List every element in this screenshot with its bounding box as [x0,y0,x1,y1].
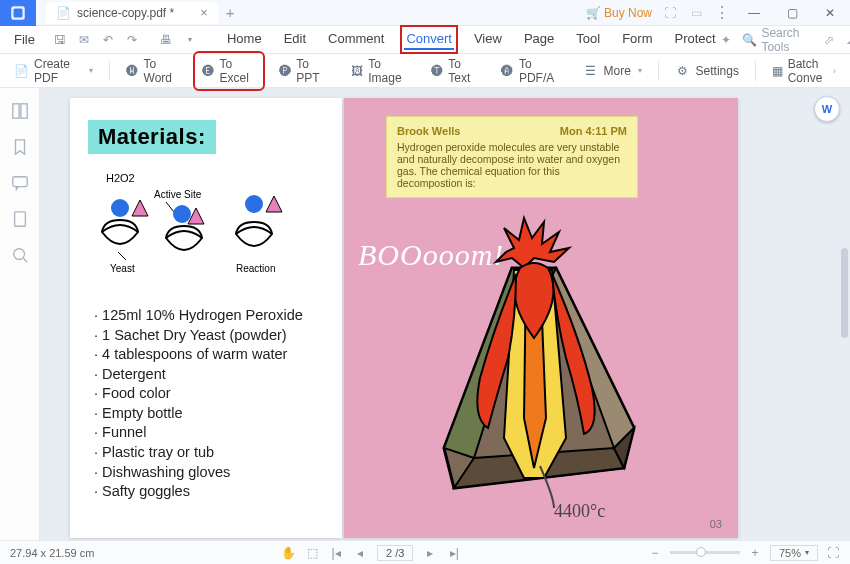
svg-marker-16 [266,196,282,212]
zoom-out-button[interactable]: − [648,546,662,560]
open-external-icon[interactable]: ⬀ [823,32,836,48]
redo-icon[interactable]: ↷ [123,31,141,49]
document-canvas[interactable]: Materials: H2O2 Active Site [40,88,850,540]
svg-line-7 [23,259,27,263]
list-item: Safty goggles [94,482,324,502]
list-item: Dishwashing gloves [94,463,324,483]
page-indicator[interactable]: 2 /3 [377,545,413,561]
chemistry-doodle: H2O2 Active Site Yeast [96,168,324,278]
first-page-button[interactable]: |◂ [329,546,343,560]
last-page-button[interactable]: ▸| [447,546,461,560]
cloud-icon[interactable]: ☁ [845,32,850,48]
page-right: Brook Wells Mon 4:11 PM Hydrogen peroxid… [344,98,738,538]
tab-edit[interactable]: Edit [282,29,308,50]
print-dropdown-icon[interactable]: ▾ [181,31,199,49]
svg-rect-3 [20,104,26,118]
tab-comment[interactable]: Comment [326,29,386,50]
batch-convert-button[interactable]: ▦Batch Conve› [766,54,842,88]
tab-protect[interactable]: Protect [672,29,717,50]
svg-text:Active Site: Active Site [154,189,202,200]
print-icon[interactable]: 🖶 [157,31,175,49]
next-page-button[interactable]: ▸ [423,546,437,560]
volcano-illustration [344,98,738,538]
svg-marker-10 [132,200,148,216]
select-tool-icon[interactable]: ⬚ [305,546,319,560]
zoom-slider[interactable] [670,551,740,554]
close-tab-icon[interactable]: × [200,5,208,20]
tab-home[interactable]: Home [225,29,264,50]
workspace: Materials: H2O2 Active Site [0,88,850,540]
buy-now-link[interactable]: 🛒 Buy Now [586,6,652,20]
to-excel-button[interactable]: 🅔To Excel [196,54,263,88]
zoom-in-button[interactable]: + [748,546,762,560]
ppt-icon: 🅟 [278,63,291,79]
temperature-label: 4400°c [554,501,605,522]
vertical-scrollbar[interactable] [841,248,848,338]
menu-bar: File 🖫 ✉ ↶ ↷ 🖶 ▾ Home Edit Comment Conve… [0,26,850,54]
close-window-button[interactable]: ✕ [816,3,844,23]
notification-icon[interactable]: ▭ [688,5,704,21]
side-panel [0,88,40,540]
svg-text:Reaction: Reaction [236,263,275,274]
svg-point-9 [111,199,129,217]
svg-rect-2 [12,104,18,118]
attachment-icon[interactable] [11,210,29,228]
tab-view[interactable]: View [472,29,504,50]
file-menu[interactable]: File [6,32,43,47]
status-bar: 27.94 x 21.59 cm ✋ ⬚ |◂ ◂ 2 /3 ▸ ▸| − + … [0,540,850,564]
word-export-badge[interactable]: W [814,96,840,122]
svg-rect-1 [14,8,23,17]
list-item: Empty bottle [94,404,324,424]
tab-convert[interactable]: Convert [404,29,454,50]
undo-icon[interactable]: ↶ [99,31,117,49]
fit-page-icon[interactable]: ⛶ [826,546,840,560]
page-left: Materials: H2O2 Active Site [70,98,342,538]
list-item: 125ml 10% Hydrogen Peroxide [94,306,324,326]
more-button[interactable]: ☰More▾ [577,60,648,82]
more-icon: ☰ [583,63,599,79]
prev-page-button[interactable]: ◂ [353,546,367,560]
app-logo[interactable] [0,0,36,26]
bookmark-icon[interactable] [11,138,29,156]
mail-icon[interactable]: ✉ [75,31,93,49]
save-icon[interactable]: 🖫 [51,31,69,49]
sparkle-icon[interactable]: ✦ [720,32,733,48]
thumbnails-icon[interactable] [11,102,29,120]
svg-text:Yeast: Yeast [110,263,135,274]
tab-tool[interactable]: Tool [574,29,602,50]
text-icon: 🅣 [430,63,443,79]
to-text-button[interactable]: 🅣To Text [424,54,485,88]
list-item: Detergent [94,365,324,385]
tab-title: science-copy.pdf * [77,6,174,20]
pdf-file-icon: 📄 [56,6,71,20]
maximize-button[interactable]: ▢ [778,3,806,23]
settings-button[interactable]: ⚙Settings [669,60,745,82]
kebab-menu-icon[interactable]: ⋮ [714,3,730,22]
search-icon: 🔍 [742,33,757,47]
to-ppt-button[interactable]: 🅟To PPT [272,54,334,88]
excel-icon: 🅔 [202,63,215,79]
create-pdf-button[interactable]: 📄Create PDF▾ [8,54,99,88]
tab-form[interactable]: Form [620,29,654,50]
comment-panel-icon[interactable] [11,174,29,192]
minimize-button[interactable]: — [740,3,768,23]
to-image-button[interactable]: 🖼To Image [344,54,414,88]
document-tab[interactable]: 📄 science-copy.pdf * × [46,2,218,24]
hand-tool-icon[interactable]: ✋ [281,546,295,560]
list-item: 1 Sachet Dry Yeast (powder) [94,326,324,346]
to-pdfa-button[interactable]: 🅐To PDF/A [495,54,567,88]
search-panel-icon[interactable] [11,246,29,264]
to-word-button[interactable]: 🅦To Word [120,54,186,88]
tab-page[interactable]: Page [522,29,556,50]
chevron-down-icon: ▾ [89,66,93,75]
gift-icon[interactable]: ⛶ [662,5,678,21]
create-pdf-icon: 📄 [14,63,29,79]
new-tab-button[interactable]: + [226,4,235,21]
search-tools-input[interactable]: 🔍 Search Tools [742,26,812,54]
main-menu-tabs: Home Edit Comment Convert View Page Tool… [225,29,718,50]
svg-point-6 [13,249,24,260]
zoom-level[interactable]: 75%▾ [770,545,818,561]
pdfa-icon: 🅐 [501,63,514,79]
chevron-down-icon: ▾ [805,548,809,557]
word-icon: 🅦 [126,63,139,79]
